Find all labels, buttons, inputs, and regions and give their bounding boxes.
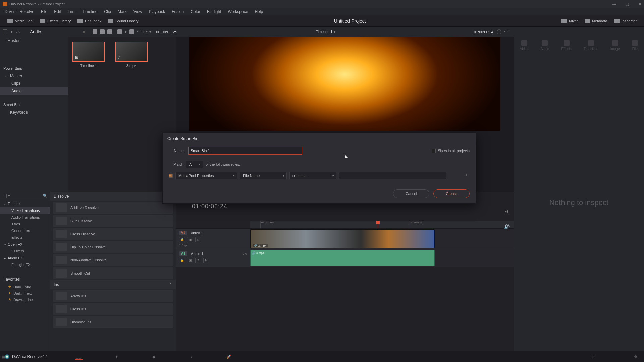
favorite-item[interactable]: ★Draw…Line xyxy=(0,296,50,303)
maximize-icon[interactable]: ▢ xyxy=(626,2,629,6)
fx-video-transitions[interactable]: Video Transitions xyxy=(0,207,50,214)
menu-item[interactable]: Help xyxy=(251,9,266,14)
volume-icon[interactable]: 🔊 xyxy=(504,224,510,229)
rule-field-select[interactable]: File Name xyxy=(240,172,287,179)
menu-item[interactable]: View xyxy=(130,9,146,14)
bin-audio[interactable]: Audio xyxy=(0,87,68,95)
menu-item[interactable]: Timeline xyxy=(79,9,101,14)
fx-titles[interactable]: Titles xyxy=(0,221,50,227)
tab-file[interactable]: File xyxy=(632,40,638,51)
mixer-button[interactable]: Mixer xyxy=(558,17,581,25)
rule-property-select[interactable]: MediaPool Properties xyxy=(175,172,237,179)
bin-keywords[interactable]: Keywords xyxy=(0,109,68,116)
sound-library-button[interactable]: Sound Library xyxy=(105,17,142,25)
track-lane-video[interactable]: 🔗 3.mp4 xyxy=(250,228,514,249)
media-thumb-timeline[interactable]: Timeline 1 xyxy=(72,42,105,68)
fx-list-item[interactable]: Dip To Color Dissolve xyxy=(53,241,173,253)
add-rule-button[interactable]: + xyxy=(464,173,470,179)
track-solo-icon[interactable]: S xyxy=(195,258,201,263)
menu-item[interactable]: Edit xyxy=(51,9,64,14)
create-button[interactable]: Create xyxy=(433,189,470,198)
home-icon[interactable]: ⌂ xyxy=(590,354,597,360)
rule-value-input[interactable] xyxy=(339,172,446,179)
preview-viewer[interactable] xyxy=(189,37,500,131)
rule-operator-select[interactable]: contains xyxy=(289,172,336,179)
bypass-icon[interactable] xyxy=(497,29,501,34)
viewer-timeline-name[interactable]: Timeline 1 ▾ xyxy=(316,29,335,34)
track-enable-icon[interactable]: ▣ xyxy=(187,258,193,263)
timeline-timecode[interactable]: 01:00:06:24 xyxy=(192,203,227,210)
cancel-button[interactable]: Cancel xyxy=(393,189,429,198)
fx-list-item[interactable]: Additive Dissolve xyxy=(53,202,173,214)
fx-list-item[interactable]: Non-Additive Dissolve xyxy=(53,254,173,266)
page-edit[interactable]: ⎯⎯ xyxy=(75,354,83,360)
tab-effects[interactable]: Effects xyxy=(561,40,571,51)
fx-generators[interactable]: Generators xyxy=(0,227,50,234)
more-icon[interactable]: ⋯ xyxy=(137,29,141,34)
fx-audiofx-header[interactable]: ⌄Audio FX xyxy=(0,254,50,261)
track-auto-icon[interactable]: □ xyxy=(195,237,201,242)
prev-frame-icon[interactable]: ⏮ xyxy=(504,209,510,215)
favorite-item[interactable]: ★Dark…Text xyxy=(0,290,50,296)
power-bin-master[interactable]: ⌄Master xyxy=(0,72,68,80)
fx-category-iris[interactable]: Iris⌃ xyxy=(50,280,176,289)
timeline-ruler[interactable]: 01:00:00:00 01:00:08:00 xyxy=(250,221,514,228)
more-icon[interactable]: ⋯ xyxy=(504,29,508,34)
track-badge[interactable]: A1 xyxy=(179,251,187,256)
zoom-fit[interactable]: Fit xyxy=(143,30,147,34)
chevron-down-icon[interactable]: ⌄ xyxy=(3,201,6,206)
chevron-down-icon[interactable]: ▾ xyxy=(149,29,151,34)
collapse-icon[interactable]: ⌃ xyxy=(169,282,172,287)
chevron-down-icon[interactable]: ▾ xyxy=(125,29,127,34)
menu-item[interactable]: Playback xyxy=(145,9,168,14)
fx-list-item[interactable]: Blur Dissolve xyxy=(53,215,173,227)
menu-item[interactable]: File xyxy=(38,9,51,14)
tab-video[interactable]: Video xyxy=(520,40,528,51)
chevron-down-icon[interactable]: ▾ xyxy=(11,29,13,34)
chevron-down-icon[interactable]: ▾ xyxy=(8,194,10,198)
page-color[interactable]: ◉ xyxy=(150,354,158,360)
menu-item[interactable]: Trim xyxy=(64,9,79,14)
menu-item[interactable]: Mark xyxy=(114,9,130,14)
fx-list-item[interactable]: Diamond Iris xyxy=(53,316,173,328)
tab-audio[interactable]: Audio xyxy=(541,40,549,51)
tab-image[interactable]: Image xyxy=(610,40,620,51)
track-badge[interactable]: V1 xyxy=(179,231,187,235)
tab-transition[interactable]: Transition xyxy=(584,40,598,51)
match-mode-select[interactable]: All xyxy=(186,161,203,168)
fx-audio-transitions[interactable]: Audio Transitions xyxy=(0,214,50,221)
metadata-button[interactable]: Metadata xyxy=(581,17,611,25)
fx-list-item[interactable]: Arrow Iris xyxy=(53,290,173,302)
track-lock-icon[interactable]: 🔒 xyxy=(179,258,185,263)
smart-bin-name-input[interactable] xyxy=(188,147,302,155)
fx-view-select[interactable] xyxy=(3,194,7,198)
track-lane-audio[interactable]: 🔗 3.mp4 xyxy=(250,249,514,267)
edit-index-button[interactable]: Edit Index xyxy=(74,17,105,25)
close-icon[interactable]: ✕ xyxy=(638,2,641,6)
fx-effects[interactable]: Effects xyxy=(0,234,50,241)
menu-item[interactable]: Clip xyxy=(101,9,114,14)
fx-category-dissolve[interactable]: Dissolve⌃ xyxy=(50,192,176,201)
bin-view-select[interactable] xyxy=(3,29,7,34)
chevron-down-icon[interactable]: ⌄ xyxy=(3,256,6,260)
video-clip[interactable]: 🔗 3.mp4 xyxy=(250,229,435,248)
fx-list-item[interactable]: Smooth Cut xyxy=(53,267,173,279)
search-icon[interactable]: 🔍 xyxy=(43,194,47,198)
fx-toolbox-header[interactable]: ⌄Toolbox xyxy=(0,200,50,207)
track-lock-icon[interactable]: 🔒 xyxy=(179,237,185,242)
minimize-icon[interactable]: — xyxy=(612,2,616,6)
page-fairlight[interactable]: ♪ xyxy=(188,354,195,360)
view-list-icon[interactable] xyxy=(107,29,112,34)
audio-clip[interactable]: 🔗 3.mp4 xyxy=(250,250,435,266)
sort-icon[interactable] xyxy=(129,29,134,34)
show-all-projects-checkbox[interactable]: Show in all projects xyxy=(432,149,470,153)
nav-fwd[interactable]: › xyxy=(18,29,20,35)
fx-fairlight[interactable]: Fairlight FX xyxy=(0,261,50,268)
inspector-button[interactable]: Inspector xyxy=(611,17,640,25)
page-fusion[interactable]: ✦ xyxy=(113,354,120,360)
search-icon[interactable] xyxy=(117,29,122,34)
rule-enabled-checkbox[interactable] xyxy=(169,174,173,178)
track-enable-icon[interactable]: ▣ xyxy=(187,237,193,242)
chevron-down-icon[interactable]: ⌄ xyxy=(5,74,8,78)
media-pool-button[interactable]: Media Pool xyxy=(4,17,37,25)
